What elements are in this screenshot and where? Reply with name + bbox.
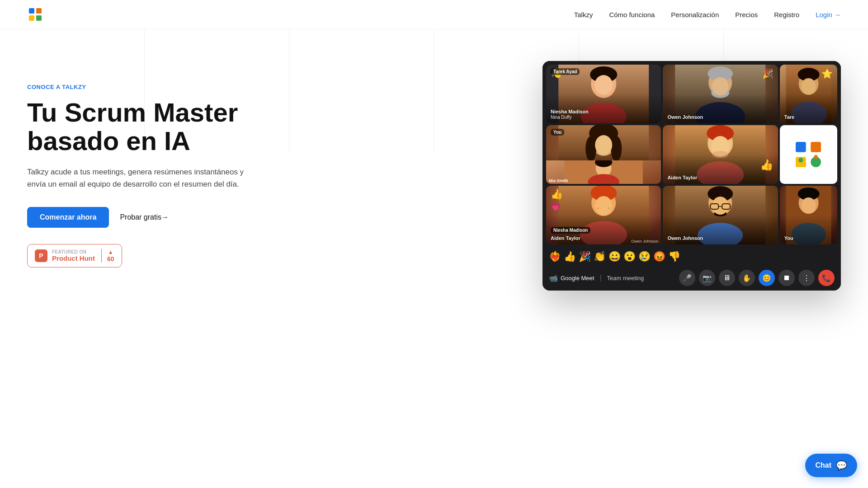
product-hunt-count: ▲ 60 [101, 249, 114, 263]
meet-cell-aiden: 👍 Aiden Taylor [663, 125, 778, 184]
talkzy-logo-icon [27, 6, 43, 23]
cell-emoji-party: 🎉 [762, 68, 774, 79]
meet-cell-tare: ⭐ Tare [780, 65, 837, 123]
meet-cell-bottom1: 👍 💗 Niesha Madison Aiden Taylor Owen Joh… [546, 186, 661, 244]
emoji-heart[interactable]: ❤️‍🔥 [549, 251, 561, 263]
meet-info: 📹 Google Meet | Team meeting [549, 274, 644, 282]
ctrl-hand[interactable]: ✋ [739, 270, 755, 286]
svg-point-23 [585, 136, 596, 161]
ctrl-mic[interactable]: 🎤 [679, 270, 695, 286]
cell-emoji-heart: 💗 [551, 202, 561, 212]
meet-cell-mia-overlay: Mia Smith [546, 160, 661, 184]
svg-rect-3 [36, 15, 42, 21]
emoji-thumbsup[interactable]: 👍 [564, 251, 576, 263]
svg-point-47 [595, 196, 612, 215]
svg-point-55 [712, 197, 729, 215]
meet-bottom-bar: 📹 Google Meet | Team meeting 🎤 📷 🖥 ✋ 😊 ⏹… [542, 265, 841, 291]
svg-point-8 [594, 75, 613, 95]
cell-name-niesha: Niesha MadisonNina Duffy [551, 109, 589, 120]
cell-name-you: You [784, 235, 793, 241]
hero-left: CONOCE A TALKZY Tu Scrum Master basado e… [27, 56, 253, 267]
svg-point-24 [611, 136, 622, 161]
ctrl-record[interactable]: ⏹ [778, 270, 795, 286]
nav-links: Talkzy Cómo funciona Personalización Pre… [574, 11, 841, 19]
product-hunt-logo: P [35, 249, 47, 262]
meet-cell-owen: 🎉 Owen Johnson [663, 65, 778, 123]
ctrl-video[interactable]: 📷 [699, 270, 715, 286]
svg-point-49 [608, 207, 610, 209]
chat-label: Chat [815, 461, 831, 469]
meet-title-text: Team meeting [607, 275, 644, 282]
cell-name-aiden2: Aiden Taylor [551, 235, 580, 241]
emoji-party[interactable]: 🎉 [579, 251, 591, 263]
cell-name-owen2: Owen Johnson [667, 235, 703, 241]
navbar: Talkzy Cómo funciona Personalización Pre… [0, 0, 868, 29]
nav-personalizacion[interactable]: Personalización [671, 11, 719, 19]
meet-controls: 🎤 📷 🖥 ✋ 😊 ⏹ ⋮ 📞 [679, 270, 835, 286]
meet-cell-logo [780, 125, 837, 184]
svg-point-19 [801, 78, 816, 94]
svg-point-36 [712, 151, 729, 158]
hero-title: Tu Scrum Master basado en IA [27, 99, 253, 155]
nav-precios[interactable]: Precios [735, 11, 758, 19]
meet-mockup: 👋 Tarek Ayad Niesha MadisonNina Duffy [542, 61, 841, 291]
nav-talkzy[interactable]: Talkzy [574, 11, 593, 19]
logo[interactable] [27, 6, 43, 23]
cta-primary-button[interactable]: Comenzar ahora [27, 207, 109, 228]
ctrl-more[interactable]: ⋮ [798, 270, 815, 286]
hero-ctas: Comenzar ahora Probar gratis→ [27, 207, 253, 228]
gmeet-icon: 📹 [549, 274, 558, 282]
hero-description: Talkzy acude a tus meetings, genera resú… [27, 166, 253, 190]
svg-point-26 [595, 135, 612, 155]
emoji-angry[interactable]: 😡 [653, 251, 665, 263]
meet-window: 👋 Tarek Ayad Niesha MadisonNina Duffy [542, 61, 841, 291]
cell-sub-owen: Owen Johnson [628, 238, 661, 244]
svg-point-42 [814, 155, 818, 159]
nav-registro[interactable]: Registro [774, 11, 799, 19]
mia-name: Mia Smith [549, 178, 568, 183]
svg-rect-2 [29, 15, 34, 21]
ctrl-end[interactable]: 📞 [818, 270, 835, 286]
hero-eyebrow: CONOCE A TALKZY [27, 84, 253, 90]
product-hunt-badge[interactable]: P FEATURED ON Product Hunt ▲ 60 [27, 244, 122, 267]
emoji-clap[interactable]: 👏 [594, 251, 606, 263]
svg-rect-1 [36, 8, 42, 14]
gmeet-text: Google Meet [561, 275, 594, 282]
emoji-sad[interactable]: 😢 [638, 251, 651, 263]
talkzy-plus-icon [793, 139, 824, 170]
svg-rect-37 [796, 142, 806, 152]
nav-login[interactable]: Login → [816, 11, 841, 19]
talkzy-logo-cell [780, 125, 837, 184]
emoji-reaction-bar: ❤️‍🔥 👍 🎉 👏 😀 😮 😢 😡 👎 [542, 248, 841, 265]
svg-point-48 [597, 207, 599, 209]
video-grid: 👋 Tarek Ayad Niesha MadisonNina Duffy [542, 61, 841, 248]
hero-section: CONOCE A TALKZY Tu Scrum Master basado e… [0, 29, 868, 488]
meet-cell-niesha: 👋 Tarek Ayad Niesha MadisonNina Duffy [546, 65, 661, 123]
svg-point-14 [712, 77, 729, 95]
svg-point-63 [801, 197, 816, 214]
cell-emoji-star: ⭐ [821, 68, 833, 79]
cell-badge-you: You [551, 129, 564, 136]
meet-cell-bottom2: Owen Johnson [663, 186, 778, 244]
cta-secondary-button[interactable]: Probar gratis→ [120, 213, 169, 221]
cell-emoji-thumbs: 👍 [760, 159, 774, 171]
cell-badge-niesha: Niesha Madison [551, 227, 590, 234]
emoji-surprised[interactable]: 😮 [623, 251, 636, 263]
meet-separator: | [599, 274, 601, 282]
product-hunt-text: FEATURED ON Product Hunt [52, 249, 95, 262]
emoji-smile[interactable]: 😀 [609, 251, 621, 263]
ctrl-screen[interactable]: 🖥 [719, 270, 735, 286]
emoji-thumbsdown[interactable]: 👎 [668, 251, 680, 263]
cell-badge-tarek: Tarek Ayad [551, 68, 580, 75]
chat-fab-button[interactable]: Chat 💬 [805, 454, 857, 477]
ctrl-reactions[interactable]: 😊 [759, 270, 775, 286]
chat-icon: 💬 [836, 460, 847, 471]
cell-name-owen: Owen Johnson [667, 114, 703, 120]
cell-name-tare: Tare [784, 114, 794, 120]
cell-name-aiden: Aiden Taylor [667, 175, 697, 180]
meet-cell-you: You [780, 186, 837, 244]
svg-rect-0 [29, 8, 34, 14]
svg-rect-38 [811, 142, 821, 152]
nav-como-funciona[interactable]: Cómo funciona [609, 11, 655, 19]
cell-emoji-thumbs2: 👍 [551, 189, 563, 199]
